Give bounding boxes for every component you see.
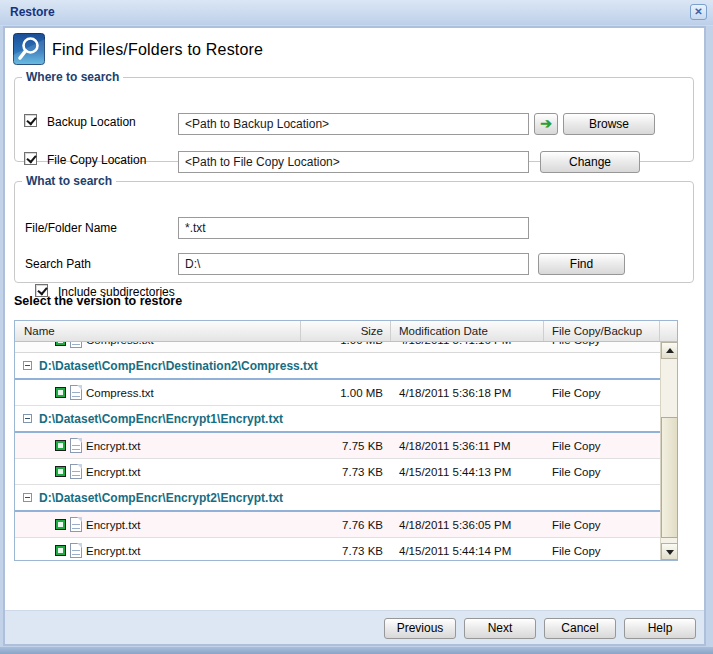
- search-path-label: Search Path: [25, 257, 91, 271]
- scroll-up-icon[interactable]: [661, 342, 678, 359]
- file-date: 4/18/2011 5:36:18 PM: [391, 387, 544, 399]
- file-location: File Copy: [544, 342, 660, 346]
- file-name: Compress.txt: [86, 387, 154, 399]
- help-button[interactable]: Help: [624, 618, 696, 639]
- file-size: 1.00 MB: [301, 387, 391, 399]
- vertical-scrollbar[interactable]: [660, 342, 677, 560]
- file-date: 4/18/2011 5:36:05 PM: [391, 519, 544, 531]
- table-body: Compress.txt 1.00 MB 4/18/2011 5:41:16 P…: [15, 342, 660, 560]
- file-size: 7.76 KB: [301, 519, 391, 531]
- file-date: 4/15/2011 5:44:14 PM: [391, 545, 544, 557]
- file-select-checkbox[interactable]: [55, 519, 66, 530]
- window-bottom-edge: [0, 647, 713, 654]
- group-header-row[interactable]: D:\Dataset\CompEncr\Encrypt2\Encrypt.txt: [15, 485, 660, 512]
- close-icon[interactable]: ✕: [690, 4, 707, 20]
- collapse-icon[interactable]: [23, 361, 32, 370]
- versions-table: Name Size Modification Date File Copy/Ba…: [14, 320, 678, 561]
- titlebar: Restore ✕: [0, 0, 713, 26]
- table-row[interactable]: Encrypt.txt 7.76 KB 4/18/2011 5:36:05 PM…: [15, 512, 660, 538]
- file-name: Encrypt.txt: [86, 466, 140, 478]
- previous-button[interactable]: Previous: [384, 618, 456, 639]
- backup-location-input[interactable]: [178, 113, 529, 135]
- file-size: 7.73 KB: [301, 545, 391, 557]
- search-path-input[interactable]: [178, 253, 529, 275]
- file-location: File Copy: [544, 545, 660, 557]
- cancel-button[interactable]: Cancel: [544, 618, 616, 639]
- file-location: File Copy: [544, 519, 660, 531]
- file-folder-name-label: File/Folder Name: [25, 221, 117, 235]
- file-select-checkbox[interactable]: [55, 342, 66, 346]
- backup-location-label: Backup Location: [47, 115, 136, 129]
- select-version-title: Select the version to restore: [14, 294, 182, 308]
- file-icon: [70, 438, 82, 453]
- file-copy-location-label: File Copy Location: [47, 153, 146, 167]
- table-header-row: Name Size Modification Date File Copy/Ba…: [15, 321, 677, 342]
- file-icon: [70, 543, 82, 558]
- column-header-spacer: [660, 321, 677, 341]
- file-location: File Copy: [544, 466, 660, 478]
- group-header-row[interactable]: D:\Dataset\CompEncr\Destination2\Compres…: [15, 353, 660, 380]
- file-select-checkbox[interactable]: [55, 387, 66, 398]
- file-name: Encrypt.txt: [86, 519, 140, 531]
- content-panel: Find Files/Folders to Restore Where to s…: [3, 26, 706, 646]
- window-title: Restore: [10, 5, 55, 19]
- what-to-search-group: What to search File/Folder Name Search P…: [14, 174, 694, 283]
- page-title: Find Files/Folders to Restore: [52, 41, 263, 59]
- go-arrow-icon[interactable]: ➔: [534, 113, 558, 135]
- table-row[interactable]: Encrypt.txt 7.75 KB 4/18/2011 5:36:11 PM…: [15, 433, 660, 459]
- scroll-down-icon[interactable]: [661, 543, 678, 560]
- table-row-clipped[interactable]: Compress.txt 1.00 MB 4/18/2011 5:41:16 P…: [15, 342, 660, 353]
- file-name: Encrypt.txt: [86, 440, 140, 452]
- where-to-search-legend: Where to search: [22, 70, 123, 84]
- file-size: 7.75 KB: [301, 440, 391, 452]
- browse-button[interactable]: Browse: [563, 113, 655, 135]
- group-header-row[interactable]: D:\Dataset\CompEncr\Encrypt1\Encrypt.txt: [15, 406, 660, 433]
- file-icon: [70, 517, 82, 532]
- search-icon: [13, 33, 45, 69]
- file-date: 4/18/2011 5:41:16 PM: [391, 342, 544, 346]
- restore-dialog: Restore ✕ Find Files/Folders to Restore …: [0, 0, 713, 654]
- column-header-modification-date[interactable]: Modification Date: [391, 321, 544, 341]
- backup-location-checkbox[interactable]: [24, 114, 37, 127]
- file-copy-location-checkbox[interactable]: [24, 152, 37, 165]
- table-row[interactable]: Encrypt.txt 7.73 KB 4/15/2011 5:44:13 PM…: [15, 459, 660, 485]
- group-path: D:\Dataset\CompEncr\Destination2\Compres…: [39, 359, 318, 373]
- group-path: D:\Dataset\CompEncr\Encrypt1\Encrypt.txt: [39, 412, 283, 426]
- file-icon: [70, 342, 82, 348]
- change-button[interactable]: Change: [540, 151, 640, 173]
- file-name: Encrypt.txt: [86, 545, 140, 557]
- file-select-checkbox[interactable]: [55, 545, 66, 556]
- column-header-size[interactable]: Size: [301, 321, 391, 341]
- file-date: 4/18/2011 5:36:11 PM: [391, 440, 544, 452]
- file-select-checkbox[interactable]: [55, 466, 66, 477]
- table-row[interactable]: Encrypt.txt 7.73 KB 4/15/2011 5:44:14 PM…: [15, 538, 660, 560]
- file-copy-location-input[interactable]: [178, 151, 529, 173]
- file-size: 7.73 KB: [301, 466, 391, 478]
- footer-bar: Previous Next Cancel Help: [5, 610, 704, 644]
- find-button[interactable]: Find: [538, 253, 625, 275]
- where-to-search-group: Where to search Backup Location ➔ Browse…: [14, 70, 694, 162]
- file-date: 4/15/2011 5:44:13 PM: [391, 466, 544, 478]
- file-name: Compress.txt: [86, 342, 154, 346]
- file-location: File Copy: [544, 440, 660, 452]
- file-icon: [70, 385, 82, 400]
- file-folder-name-input[interactable]: [178, 217, 529, 239]
- what-to-search-legend: What to search: [22, 174, 116, 188]
- collapse-icon[interactable]: [23, 493, 32, 502]
- file-size: 1.00 MB: [301, 342, 391, 346]
- file-location: File Copy: [544, 387, 660, 399]
- next-button[interactable]: Next: [464, 618, 536, 639]
- group-path: D:\Dataset\CompEncr\Encrypt2\Encrypt.txt: [39, 491, 283, 505]
- collapse-icon[interactable]: [23, 414, 32, 423]
- scrollbar-thumb[interactable]: [661, 417, 678, 538]
- table-row[interactable]: Compress.txt 1.00 MB 4/18/2011 5:36:18 P…: [15, 380, 660, 406]
- file-select-checkbox[interactable]: [55, 440, 66, 451]
- file-icon: [70, 464, 82, 479]
- column-header-name[interactable]: Name: [15, 321, 301, 341]
- column-header-file-copy-backup[interactable]: File Copy/Backup: [544, 321, 660, 341]
